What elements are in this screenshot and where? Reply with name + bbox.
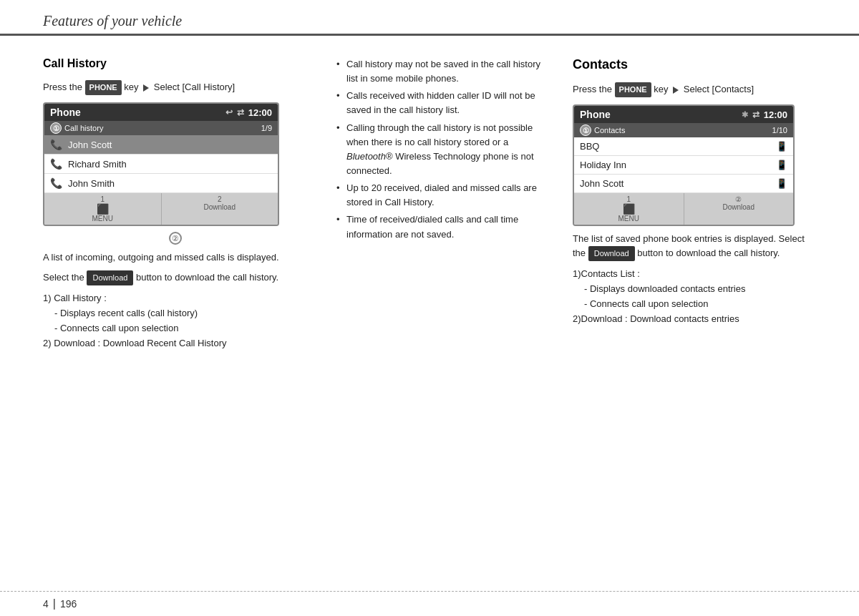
contact-name-2: Richard Smith <box>68 159 127 170</box>
circle-num-2-left: ② <box>169 232 182 245</box>
contacts-footer-menu: 1 ⬛ MENU <box>574 193 684 225</box>
page-sub-number: 196 <box>60 598 77 610</box>
phone-title-bar: Phone ↩ ⇄ 12:00 <box>44 104 278 121</box>
contacts-title: Contacts <box>573 57 816 72</box>
contacts-phone-title: Phone <box>580 109 611 120</box>
contacts-sub-2: - Connects call upon selection <box>573 297 816 312</box>
bullet-list: Call history may not be saved in the cal… <box>336 57 544 242</box>
footer-download-text: Download <box>204 203 236 211</box>
bt-icon: ✱ <box>742 110 748 119</box>
contacts-time: 12:00 <box>764 109 787 120</box>
page-number: 4 <box>43 598 49 610</box>
contacts-signal-icon: ⇄ <box>752 109 759 119</box>
contact-item-2: Holiday Inn 📱 <box>574 156 793 175</box>
call-history-desc1: A list of incoming, outgoing and missed … <box>43 250 308 265</box>
contacts-desc: The list of saved phone book entries is … <box>573 232 816 261</box>
contacts-phone-key-badge: PHONE <box>615 82 651 97</box>
call-history-list: 1) Call History : - Displays recent call… <box>43 291 308 351</box>
phone-icon-3: 📱 <box>776 178 787 189</box>
phone-status-bar: ① Call history 1/9 <box>44 121 278 135</box>
call-list-item-2: 📞 Richard Smith <box>44 155 278 174</box>
call-list-item-3: 📞 John Smith <box>44 174 278 193</box>
arrow-right-icon-2 <box>673 87 679 94</box>
phone-footer: 1 ⬛ MENU 2 Download <box>44 193 278 225</box>
list-item-2: 2) Download : Download Recent Call Histo… <box>43 336 308 351</box>
contacts-status-label: Contacts <box>594 126 625 135</box>
bullet-1: Call history may not be saved in the cal… <box>336 57 544 86</box>
call-history-desc2: Select the Download button to download t… <box>43 270 308 285</box>
phone-icon-1: 📱 <box>776 141 787 152</box>
contacts-footer-num: 1 <box>626 195 631 203</box>
contacts-sub-1: - Displays downloaded contacts entries <box>573 282 816 297</box>
contact-item-3: John Scott 📱 <box>574 175 793 193</box>
page-footer: 4 | 196 <box>0 591 859 616</box>
contacts-footer-icon: ⬛ <box>623 203 635 215</box>
main-content: Call History Press the PHONE key Select … <box>0 36 859 356</box>
download-button-inline-right[interactable]: Download <box>588 246 635 261</box>
bullet-4: Up to 20 received, dialed and missed cal… <box>336 181 544 210</box>
contact-holiday: Holiday Inn <box>580 160 626 170</box>
contacts-footer-download: ② Download <box>684 193 794 225</box>
call-history-screen: Phone ↩ ⇄ 12:00 ① Call history 1/9 📞 Joh… <box>43 102 279 226</box>
contact-name-1: John Scott <box>68 140 112 150</box>
download-button-inline-left[interactable]: Download <box>87 270 133 285</box>
footer-menu-icon: ⬛ <box>97 203 109 215</box>
mid-section: Call history may not be saved in the cal… <box>322 57 558 356</box>
phone-time: 12:00 <box>248 107 272 118</box>
circle-badge-1: ① <box>50 122 62 134</box>
contacts-title-bar: Phone ✱ ⇄ 12:00 <box>574 106 793 123</box>
contacts-footer-ann: ② <box>735 195 742 203</box>
contacts-title-icons: ✱ ⇄ 12:00 <box>742 109 787 120</box>
phone-icon-2: 📱 <box>776 160 787 170</box>
call-icon-3: 📞 <box>50 177 62 189</box>
phone-key-badge: PHONE <box>85 80 122 95</box>
arrow-right-icon <box>143 84 149 92</box>
contacts-circle-badge: ① <box>580 124 591 136</box>
annotation-2-left: ② <box>43 232 308 245</box>
call-icon-2: 📞 <box>50 158 62 170</box>
contact-bbq: BBQ <box>580 141 599 152</box>
bullet-2: Calls received with hidden caller ID wil… <box>336 89 544 117</box>
page-header: Features of your vehicle <box>0 0 859 36</box>
call-icon-1: 📞 <box>50 139 62 150</box>
page-separator: | <box>53 597 56 610</box>
bluetooth-icon: ↩ <box>225 107 233 117</box>
list-sub-1: - Displays recent calls (call history) <box>43 306 308 321</box>
contacts-phone-footer: 1 ⬛ MENU ② Download <box>574 193 793 225</box>
footer-download: 2 Download <box>162 193 278 225</box>
contacts-status-bar: ① Contacts 1/10 <box>574 123 793 137</box>
footer-menu: 1 ⬛ MENU <box>44 193 162 225</box>
status-label: Call history <box>64 124 103 132</box>
contact-name-3: John Smith <box>68 178 115 189</box>
call-history-intro: Press the PHONE key Select [Call History… <box>43 80 308 95</box>
signal-icon: ⇄ <box>237 107 244 117</box>
status-count: 1/9 <box>261 124 272 132</box>
bullet-5: Time of received/dialed calls and call t… <box>336 212 544 241</box>
call-history-title: Call History <box>43 57 308 70</box>
phone-title-icons: ↩ ⇄ 12:00 <box>225 107 272 118</box>
footer-download-num: 2 <box>218 195 222 203</box>
contacts-footer-download-text: Download <box>723 203 754 211</box>
phone-title-text: Phone <box>50 107 81 118</box>
contacts-list-item-1: 1)Contacts List : <box>573 267 816 282</box>
call-list-item-1: 📞 John Scott <box>44 135 278 155</box>
contacts-list-item-2: 2)Download : Download contacts entries <box>573 312 816 327</box>
contacts-screen: Phone ✱ ⇄ 12:00 ① Contacts 1/10 BBQ 📱 <box>573 104 795 226</box>
list-item-1: 1) Call History : <box>43 291 308 306</box>
contacts-status-count: 1/10 <box>772 126 787 135</box>
contacts-footer-menu-text: MENU <box>618 215 639 223</box>
page-title: Features of your vehicle <box>43 13 182 29</box>
bullet-3: Calling through the call history is not … <box>336 121 544 179</box>
contacts-list: 1)Contacts List : - Displays downloaded … <box>573 267 816 326</box>
footer-menu-text: MENU <box>92 215 113 223</box>
contact-john: John Scott <box>580 178 623 189</box>
contacts-section: Contacts Press the PHONE key Select [Con… <box>558 57 816 356</box>
contact-item-1: BBQ 📱 <box>574 137 793 156</box>
list-sub-2: - Connects call upon selection <box>43 321 308 336</box>
footer-menu-label: 1 <box>100 195 105 203</box>
call-history-section: Call History Press the PHONE key Select … <box>43 57 322 356</box>
contacts-intro: Press the PHONE key Select [Contacts] <box>573 82 816 97</box>
